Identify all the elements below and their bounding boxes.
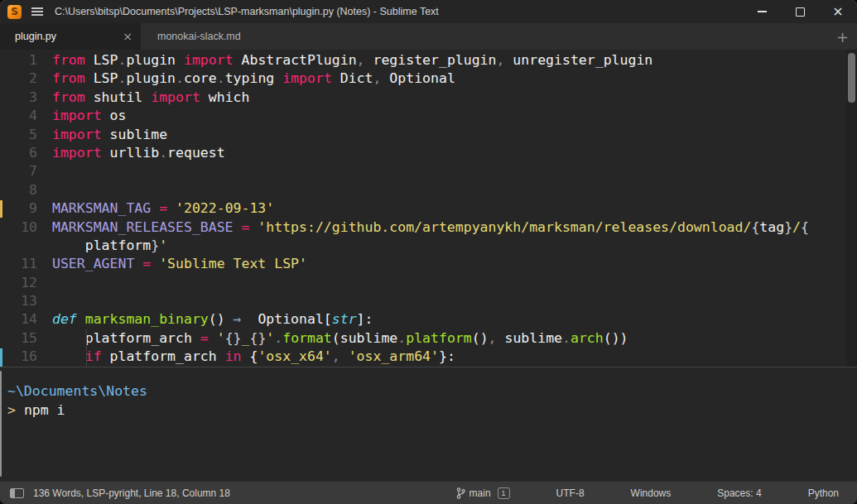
line-ending-indicator[interactable]: Windows [631, 487, 672, 499]
code-text: platform}' [37, 237, 167, 255]
code-line[interactable]: 11USER_AGENT = 'Sublime Text LSP' [0, 255, 857, 273]
line-number: 12 [0, 274, 37, 292]
code-text: import urllib.request [37, 144, 225, 162]
code-text: import os [37, 107, 126, 125]
syntax-indicator[interactable]: Python [808, 487, 839, 499]
title-bar: S C:\Users\bitsp\Documents\Projects\LSP-… [0, 0, 857, 23]
status-bar: 136 Words, LSP-pyright, Line 18, Column … [0, 481, 857, 504]
tab-plugin-py[interactable]: plugin.py × [0, 23, 141, 50]
code-line[interactable]: 10MARKSMAN_RELEASES_BASE = 'https://gith… [0, 218, 857, 237]
terminal-panel[interactable]: ~\Documents\Notes > npm i [0, 368, 857, 481]
terminal-path-line: ~\Documents\Notes [7, 382, 857, 401]
terminal-command: npm i [24, 402, 65, 418]
line-number: 8 [0, 181, 37, 199]
code-lines: 1from LSP.plugin import AbstractPlugin, … [0, 51, 857, 367]
code-line[interactable]: platform}' [0, 237, 857, 255]
code-text: from LSP.plugin import AbstractPlugin, r… [37, 51, 652, 70]
minimize-icon [758, 11, 767, 12]
tab-label: plugin.py [15, 31, 56, 42]
maximize-button[interactable] [781, 0, 819, 23]
terminal-path: ~\Documents\Notes [7, 383, 147, 399]
code-line[interactable]: 7 [0, 162, 857, 180]
status-left: 136 Words, LSP-pyright, Line 18, Column … [10, 487, 230, 499]
git-status[interactable]: main 1 [456, 487, 510, 499]
scrollbar-thumb[interactable] [848, 53, 855, 103]
code-text: USER_AGENT = 'Sublime Text LSP' [37, 255, 307, 273]
code-text: MARKSMAN_RELEASES_BASE = 'https://github… [37, 218, 809, 237]
code-line[interactable]: 15 platform_arch = '{}_{}'.format(sublim… [0, 329, 857, 348]
tab-label: monokai-slack.md [157, 31, 241, 42]
code-line[interactable]: 9MARKSMAN_TAG = '2022-09-13' [0, 199, 857, 218]
code-text [37, 162, 52, 180]
code-text: def marksman_binary() → Optional[str]: [37, 310, 373, 329]
code-text [37, 181, 52, 199]
git-branch-name: main [469, 487, 491, 499]
status-right: main 1 UTF-8 Windows Spaces: 4 Python [456, 487, 839, 499]
line-number: 15 [0, 329, 37, 348]
line-number: 14 [0, 310, 37, 329]
editor-scrollbar[interactable] [846, 50, 857, 367]
line-number: 10 [0, 218, 37, 237]
line-number: 1 [0, 51, 37, 70]
minimize-button[interactable] [743, 0, 781, 23]
line-number [0, 237, 37, 255]
terminal-command-line: > npm i [7, 401, 857, 420]
code-text: if platform_arch in {'osx_x64', 'osx_arm… [37, 348, 455, 366]
code-text: MARKSMAN_TAG = '2022-09-13' [37, 199, 274, 218]
code-text: from shutil import which [37, 89, 249, 107]
line-number: 2 [0, 70, 37, 88]
line-number: 3 [0, 89, 37, 107]
code-text [37, 274, 52, 292]
close-icon: × [832, 5, 843, 18]
tab-monokai-slack-md[interactable]: monokai-slack.md [141, 23, 258, 50]
line-number: 6 [0, 144, 37, 162]
status-summary: 136 Words, LSP-pyright, Line 18, Column … [33, 487, 230, 499]
line-number: 7 [0, 162, 37, 180]
sidebar-toggle-icon[interactable] [10, 488, 24, 498]
close-button[interactable]: × [819, 0, 857, 23]
code-line[interactable]: 12 [0, 274, 857, 292]
code-line[interactable]: 16 if platform_arch in {'osx_x64', 'osx_… [0, 348, 857, 366]
encoding-indicator[interactable]: UTF-8 [556, 487, 585, 499]
git-branch-icon [456, 487, 465, 499]
code-editor[interactable]: 1from LSP.plugin import AbstractPlugin, … [0, 50, 857, 367]
window-controls: × [743, 0, 857, 23]
code-line[interactable]: 4import os [0, 107, 857, 125]
code-line[interactable]: 14def marksman_binary() → Optional[str]: [0, 310, 857, 329]
tab-close-icon[interactable]: × [123, 30, 132, 43]
code-text: from LSP.plugin.core.typing import Dict,… [37, 70, 455, 88]
line-number: 9 [0, 199, 37, 218]
code-line[interactable]: 3from shutil import which [0, 89, 857, 107]
code-line[interactable]: 5import sublime [0, 126, 857, 144]
new-tab-button[interactable]: + [836, 23, 849, 50]
code-line[interactable]: 8 [0, 181, 857, 199]
indent-indicator[interactable]: Spaces: 4 [717, 487, 761, 499]
sublime-logo-icon: S [7, 5, 22, 19]
line-number: 11 [0, 255, 37, 273]
indent-guide [86, 329, 87, 367]
code-line[interactable]: 2from LSP.plugin.core.typing import Dict… [0, 70, 857, 88]
line-number: 4 [0, 107, 37, 125]
code-line[interactable]: 6import urllib.request [0, 144, 857, 162]
code-text: import sublime [37, 126, 167, 144]
code-text [37, 292, 52, 310]
code-line[interactable]: 1from LSP.plugin import AbstractPlugin, … [0, 51, 857, 70]
code-text: platform_arch = '{}_{}'.format(sublime.p… [37, 329, 628, 348]
maximize-icon [796, 7, 805, 17]
line-number: 16 [0, 348, 37, 366]
window-title: C:\Users\bitsp\Documents\Projects\LSP-ma… [55, 6, 439, 17]
terminal-prompt: > [7, 402, 16, 418]
sublime-text-window: S C:\Users\bitsp\Documents\Projects\LSP-… [0, 0, 857, 504]
hamburger-menu-icon[interactable] [31, 7, 43, 16]
line-number: 5 [0, 126, 37, 144]
tab-bar: plugin.py × monokai-slack.md + [0, 23, 857, 50]
git-badge: 1 [498, 487, 510, 499]
line-number: 13 [0, 292, 37, 310]
code-line[interactable]: 13 [0, 292, 857, 310]
